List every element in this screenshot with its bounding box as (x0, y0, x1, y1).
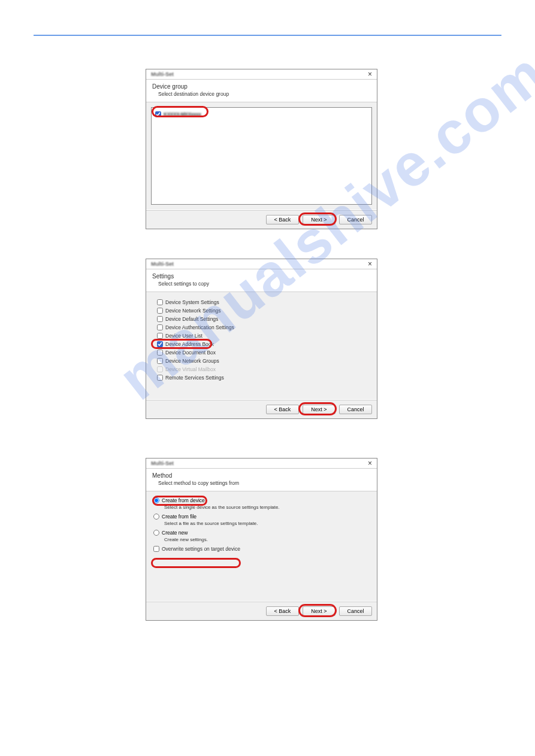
checkbox-docbox[interactable] (157, 350, 163, 356)
setting-virtual-mailbox: Device Virtual Mailbox (156, 366, 367, 372)
radio-create-new[interactable]: Create new (153, 530, 370, 536)
checkbox-auth[interactable] (157, 324, 163, 330)
dialog-header: Settings Select settings to copy (146, 269, 377, 292)
label-default: Device Default Settings (165, 316, 218, 322)
back-button[interactable]: < Back (266, 215, 299, 224)
dialog-body: KXXXX-MXXxxxx (146, 102, 377, 210)
header-title: Device group (152, 83, 371, 90)
title-bar[interactable]: Multi-Set × (146, 69, 377, 80)
dialog-header: Method Select method to copy settings fr… (146, 469, 377, 491)
header-title: Settings (152, 273, 371, 280)
radio-create-from-file[interactable]: Create from file (153, 514, 370, 520)
header-subtitle: Select destination device group (152, 91, 371, 97)
radio-input-device[interactable] (153, 497, 159, 503)
close-icon[interactable]: × (365, 71, 374, 78)
checkbox-netgroups[interactable] (157, 358, 163, 364)
radio-label-new: Create new (162, 530, 188, 536)
label-system: Device System Settings (165, 299, 219, 305)
setting-netgroups[interactable]: Device Network Groups (156, 358, 367, 364)
title-bar[interactable]: Multi-Set × (146, 459, 377, 469)
checkbox-network[interactable] (157, 308, 163, 314)
radio-input-new[interactable] (153, 530, 159, 536)
header-subtitle: Select settings to copy (152, 281, 371, 287)
top-ruler (34, 35, 501, 36)
label-auth: Device Authentication Settings (165, 324, 234, 330)
setting-docbox[interactable]: Device Document Box (156, 350, 367, 356)
setting-system[interactable]: Device System Settings (156, 299, 367, 305)
back-button[interactable]: < Back (266, 405, 299, 414)
checkbox-address-book[interactable] (157, 341, 163, 347)
dialog-method: Multi-Set × Method Select method to copy… (146, 458, 377, 621)
radio-input-file[interactable] (153, 514, 159, 520)
label-netgroups: Device Network Groups (165, 358, 219, 364)
checkbox-vmailbox (157, 366, 163, 372)
dialog-settings: Multi-Set × Settings Select settings to … (146, 259, 377, 419)
setting-remote[interactable]: Remote Services Settings (156, 375, 367, 381)
radio-label-device: Create from device (162, 497, 205, 503)
close-icon[interactable]: × (365, 260, 374, 268)
radio-sub-file: Select a file as the source settings tem… (153, 521, 370, 526)
header-title: Method (152, 472, 371, 479)
label-vmailbox: Device Virtual Mailbox (165, 366, 216, 372)
device-group-checkbox[interactable] (155, 111, 161, 117)
checkbox-system[interactable] (157, 299, 163, 305)
setting-userlist[interactable]: Device User List (156, 333, 367, 339)
setting-network[interactable]: Device Network Settings (156, 308, 367, 314)
window-title: Multi-Set (151, 460, 174, 466)
radio-sub-new: Create new settings. (153, 537, 370, 542)
label-docbox: Device Document Box (165, 350, 216, 356)
close-icon[interactable]: × (365, 460, 374, 467)
dialog-device-group: Multi-Set × Device group Select destinat… (146, 69, 377, 229)
next-button[interactable]: Next > (303, 606, 335, 616)
settings-list: Device System Settings Device Network Se… (151, 297, 372, 385)
window-title: Multi-Set (151, 261, 174, 267)
label-network: Device Network Settings (165, 308, 221, 314)
setting-default[interactable]: Device Default Settings (156, 316, 367, 322)
checkbox-userlist[interactable] (157, 333, 163, 339)
dialog-footer: < Back Next > Cancel (146, 602, 377, 620)
label-address-book: Device Address Book (165, 341, 214, 347)
back-button[interactable]: < Back (266, 606, 299, 616)
label-userlist: Device User List (165, 333, 202, 339)
setting-auth[interactable]: Device Authentication Settings (156, 324, 367, 330)
header-subtitle: Select method to copy settings from (152, 480, 371, 486)
device-group-label: KXXXX-MXXxxxx (164, 111, 201, 117)
dialog-footer: < Back Next > Cancel (146, 210, 377, 229)
dialog-footer: < Back Next > Cancel (146, 400, 377, 418)
checkbox-remote[interactable] (157, 375, 163, 381)
cancel-button[interactable]: Cancel (339, 215, 372, 224)
overwrite-row[interactable]: Overwrite settings on target device (153, 546, 370, 552)
next-button[interactable]: Next > (303, 405, 335, 414)
dialog-header: Device group Select destination device g… (146, 80, 377, 102)
label-overwrite: Overwrite settings on target device (162, 546, 240, 552)
label-remote: Remote Services Settings (165, 375, 224, 381)
cancel-button[interactable]: Cancel (339, 606, 372, 616)
highlight-overwrite (151, 558, 241, 568)
dialog-body: Device System Settings Device Network Se… (146, 292, 377, 399)
title-bar[interactable]: Multi-Set × (146, 259, 377, 269)
setting-address-book[interactable]: Device Address Book (156, 341, 367, 347)
radio-sub-device: Select a single device as the source set… (153, 505, 370, 510)
radio-label-file: Create from file (162, 514, 197, 520)
window-title: Multi-Set (151, 71, 174, 77)
dialog-body: Create from device Select a single devic… (146, 491, 377, 601)
next-button[interactable]: Next > (303, 215, 335, 224)
cancel-button[interactable]: Cancel (339, 405, 372, 414)
checkbox-overwrite[interactable] (153, 546, 159, 552)
device-group-list[interactable]: KXXXX-MXXxxxx (151, 107, 372, 205)
device-group-item[interactable]: KXXXX-MXXxxxx (155, 111, 368, 117)
checkbox-default[interactable] (157, 316, 163, 322)
radio-create-from-device[interactable]: Create from device (153, 497, 370, 503)
